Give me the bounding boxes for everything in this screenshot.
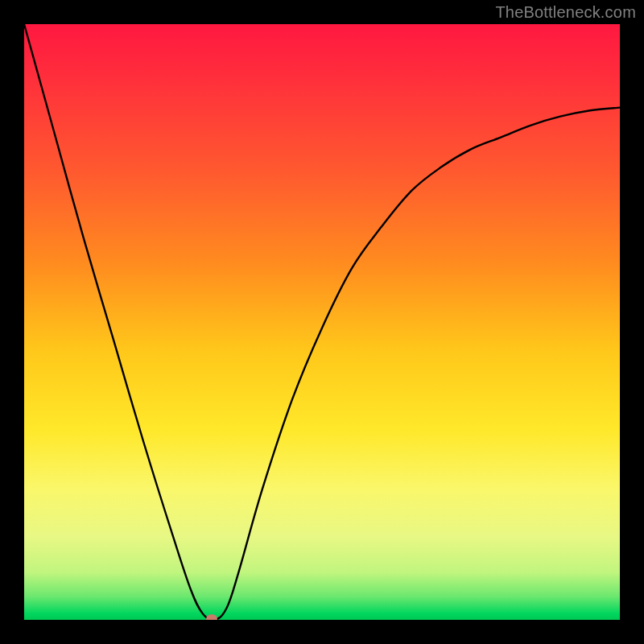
plot-area [24, 24, 620, 620]
curve-path [24, 24, 620, 620]
bottleneck-curve [24, 24, 620, 620]
watermark-text: TheBottleneck.com [495, 3, 636, 22]
chart-frame: TheBottleneck.com [0, 0, 644, 644]
min-marker-dot [206, 614, 217, 620]
